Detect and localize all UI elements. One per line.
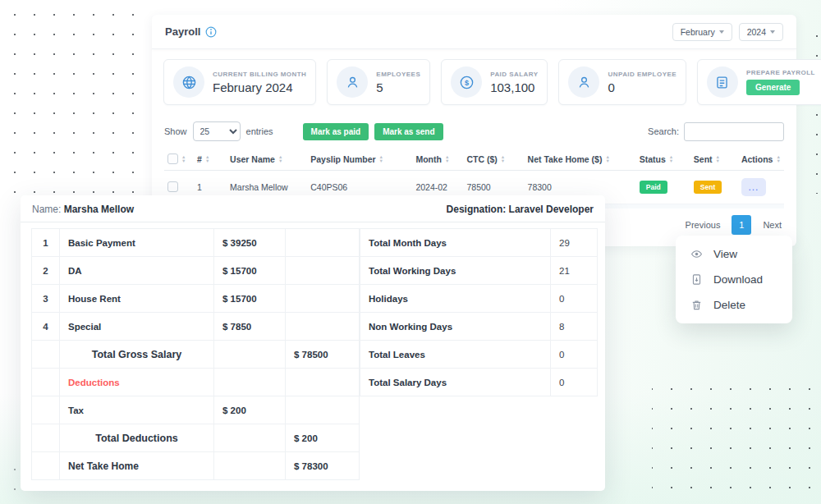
payslip-body: 1 Basic Payment $ 39250 2 DA $ 15700 3 H… [21, 222, 605, 480]
designation-label: Designation: [447, 204, 507, 215]
download-icon [690, 273, 703, 286]
menu-item-label: Download [713, 273, 763, 286]
sort-icon[interactable]: ▲▼ [605, 155, 609, 163]
col-header[interactable]: Sent [694, 154, 713, 164]
col-header[interactable]: # [197, 154, 202, 164]
menu-item-delete[interactable]: Delete [676, 292, 792, 318]
entries-select[interactable]: 25 [193, 121, 241, 141]
days-row: Total Month Days 29 [360, 229, 598, 257]
row-checkbox[interactable] [167, 181, 178, 192]
year-select-value: 2024 [747, 27, 766, 37]
stat-value: 103,100 [490, 80, 538, 94]
stat-card-employees: EMPLOYEES 5 [327, 59, 430, 105]
col-header[interactable]: Actions [741, 154, 773, 164]
stat-label: PAID SALARY [490, 71, 538, 78]
stat-label: PREPARE PAYROLL [746, 69, 815, 76]
name-label: Name: [32, 204, 61, 215]
svg-text:$: $ [465, 78, 469, 86]
chevron-down-icon [719, 30, 724, 34]
net-take-home-row: Net Take Home $ 78300 [32, 452, 360, 480]
stat-value: 0 [608, 80, 677, 94]
dollar-icon: $ [451, 66, 482, 98]
info-icon[interactable] [205, 26, 217, 38]
entries-label: entries [246, 126, 273, 136]
employee-name: Marsha Mellow [64, 204, 134, 215]
generate-button[interactable]: Generate [746, 80, 800, 95]
stats-row: CURRENT BILLING MONTH February 2024 EMPL… [152, 49, 796, 115]
sent-badge: Sent [694, 181, 722, 194]
status-badge: Paid [640, 181, 667, 194]
dot-pattern-bottom-right [652, 371, 821, 504]
stat-value: February 2024 [213, 80, 306, 94]
menu-item-label: View [713, 248, 737, 260]
search-label: Search: [648, 126, 679, 136]
stat-card-prepare-payroll: PREPARE PAYROLL Generate [697, 59, 821, 105]
menu-item-view[interactable]: View [676, 241, 792, 267]
days-row: Total Working Days 21 [360, 257, 598, 285]
earnings-row: Tax $ 200 [32, 396, 360, 424]
col-header[interactable]: CTC ($) [466, 154, 497, 164]
document-icon [707, 66, 738, 98]
total-gross-salary-row: Total Gross Salary $ 78500 [32, 341, 360, 369]
row-actions-menu: View Download Delete [676, 236, 792, 323]
sort-icon[interactable]: ▲▼ [278, 155, 282, 163]
days-row: Non Working Days 8 [360, 313, 598, 341]
sort-icon[interactable]: ▲▼ [445, 155, 449, 163]
sort-icon[interactable]: ▲▼ [205, 155, 209, 163]
col-header[interactable]: Net Take Home ($) [528, 154, 603, 164]
search-input[interactable] [684, 122, 784, 141]
trash-icon [690, 299, 703, 311]
sort-icon[interactable]: ▲▼ [181, 155, 186, 163]
employee-designation: Laravel Developer [509, 204, 594, 215]
pagination-page-1[interactable]: 1 [732, 215, 751, 235]
stat-label: UNPAID EMPLOYEE [608, 71, 677, 78]
mark-as-paid-button[interactable]: Mark as paid [303, 123, 369, 140]
payslip-detail-card: Name: Marsha Mellow Designation: Laravel… [21, 195, 605, 491]
dot-pattern-top-right [800, 20, 821, 194]
days-row: Total Salary Days 0 [360, 369, 598, 396]
sort-icon[interactable]: ▲▼ [669, 155, 673, 163]
col-header[interactable]: Payslip Number [310, 154, 375, 164]
month-select[interactable]: February [672, 23, 732, 41]
dot-pattern-top-left [0, 0, 144, 195]
show-label: Show [164, 126, 187, 136]
chevron-down-icon [770, 30, 775, 34]
stat-card-unpaid-employee: UNPAID EMPLOYEE 0 [558, 59, 686, 105]
stat-label: EMPLOYEES [376, 71, 420, 78]
days-row: Total Leaves 0 [360, 341, 598, 369]
year-select[interactable]: 2024 [739, 23, 783, 41]
total-deductions-row: Total Deductions $ 200 [32, 424, 360, 452]
select-all-checkbox[interactable] [167, 153, 178, 164]
sort-icon[interactable]: ▲▼ [501, 155, 505, 163]
days-row: Holidays 0 [360, 285, 598, 313]
row-actions-button[interactable]: ... [741, 178, 766, 196]
stat-label: CURRENT BILLING MONTH [213, 71, 306, 78]
menu-item-download[interactable]: Download [676, 267, 792, 292]
earnings-row: 4 Special $ 7850 [32, 313, 360, 341]
sort-icon[interactable]: ▲▼ [716, 155, 720, 163]
earnings-table: 1 Basic Payment $ 39250 2 DA $ 15700 3 H… [31, 228, 360, 480]
col-header[interactable]: Status [640, 154, 666, 164]
panel-header: Payroll February 2024 [152, 15, 796, 49]
month-select-value: February [681, 27, 715, 37]
pagination-previous[interactable]: Previous [686, 220, 721, 230]
mark-as-send-button[interactable]: Mark as send [374, 123, 443, 140]
deductions-section-row: Deductions [32, 369, 360, 396]
sort-icon[interactable]: ▲▼ [379, 155, 383, 163]
sort-icon[interactable]: ▲▼ [776, 155, 780, 163]
earnings-row: 1 Basic Payment $ 39250 [32, 229, 360, 257]
user-icon [568, 66, 599, 98]
earnings-row: 2 DA $ 15700 [32, 257, 360, 285]
stat-value: 5 [376, 80, 420, 94]
table-controls: Show 25 entries Mark as paid Mark as sen… [152, 115, 796, 146]
col-header[interactable]: User Name [230, 154, 275, 164]
earnings-row: 3 House Rent $ 15700 [32, 285, 360, 313]
menu-item-label: Delete [713, 299, 745, 311]
col-header[interactable]: Month [415, 154, 442, 164]
page-title: Payroll [165, 25, 200, 38]
user-icon [337, 66, 368, 98]
stat-card-billing-month: CURRENT BILLING MONTH February 2024 [163, 59, 316, 105]
days-summary-table: Total Month Days 29 Total Working Days 2… [360, 228, 598, 396]
eye-icon [690, 248, 703, 260]
pagination-next[interactable]: Next [763, 220, 782, 230]
